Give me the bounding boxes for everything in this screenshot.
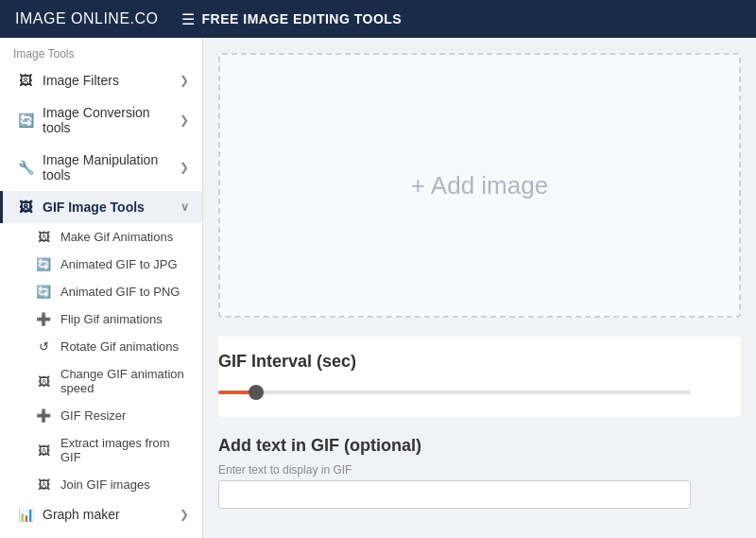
upload-area[interactable]: + Add image <box>218 53 741 318</box>
sidebar-item-join-gif[interactable]: 🖼 Join GIF images <box>0 471 202 498</box>
sidebar-sub-label: Change GIF animation speed <box>60 367 189 395</box>
add-text-input[interactable] <box>218 480 691 509</box>
sidebar-item-miscellaneous[interactable]: 🏷 miscellaneous Tools ❯ <box>0 530 202 538</box>
flip-gif-icon: ➕ <box>34 312 53 326</box>
add-text-title: Add text in GIF (optional) <box>218 436 741 456</box>
logo-main: IMAGE <box>15 10 66 26</box>
sidebar-item-extract-images[interactable]: 🖼 Extract images from GIF <box>0 429 202 471</box>
chevron-icon: ❯ <box>180 161 189 174</box>
sidebar-item-label: Image Conversion tools <box>43 105 180 135</box>
gif-resizer-icon: ➕ <box>34 408 53 423</box>
sidebar-item-label: Image Manipulation tools <box>43 152 180 182</box>
change-speed-icon: 🖼 <box>34 374 53 389</box>
gif-interval-section: GIF Interval (sec) <box>218 337 741 417</box>
menu-icon[interactable]: ☰ <box>181 10 195 28</box>
sidebar-item-make-gif[interactable]: 🖼 Make Gif Animations <box>0 223 202 251</box>
sidebar-item-image-manipulation[interactable]: 🔧 Image Manipulation tools ❯ <box>0 144 202 191</box>
gif-to-png-icon: 🔄 <box>34 285 53 299</box>
content-area: + Add image GIF Interval (sec) Add text … <box>203 38 756 538</box>
image-filters-icon: 🖼 <box>16 73 35 88</box>
join-gif-icon: 🖼 <box>34 477 53 492</box>
sidebar: Image Tools 🖼 Image Filters ❯ 🔄 Image Co… <box>0 38 203 538</box>
sidebar-item-label: GIF Image Tools <box>43 200 145 215</box>
sidebar-sub-label: Rotate Gif animations <box>60 339 179 354</box>
slider-wrapper <box>218 383 691 402</box>
sidebar-item-gif-image-tools[interactable]: 🖼 GIF Image Tools ∨ <box>0 191 202 223</box>
chevron-icon: ❯ <box>180 74 189 87</box>
gif-tools-icon: 🖼 <box>16 200 35 215</box>
sidebar-sub-label: Extract images from GIF <box>60 436 189 464</box>
graph-maker-icon: 📊 <box>16 507 35 522</box>
slider-thumb[interactable] <box>249 385 264 400</box>
extract-images-icon: 🖼 <box>34 443 53 458</box>
sidebar-sub-label: Flip Gif animations <box>60 312 163 326</box>
sidebar-section-label: Image Tools <box>0 38 202 64</box>
header-title: FREE IMAGE EDITING TOOLS <box>202 11 403 26</box>
chevron-icon: ❯ <box>180 113 189 127</box>
upload-text: + Add image <box>411 171 548 200</box>
make-gif-icon: 🖼 <box>34 230 53 244</box>
add-text-section: Add text in GIF (optional) Enter text to… <box>218 436 741 509</box>
sidebar-item-image-conversion[interactable]: 🔄 Image Conversion tools ❯ <box>0 96 202 144</box>
image-conversion-icon: 🔄 <box>16 113 35 128</box>
sidebar-item-graph-maker[interactable]: 📊 Graph maker ❯ <box>0 498 202 530</box>
sidebar-item-gif-to-jpg[interactable]: 🔄 Animated GIF to JPG <box>0 251 202 278</box>
sidebar-item-image-filters[interactable]: 🖼 Image Filters ❯ <box>0 64 202 96</box>
sidebar-item-label: Image Filters <box>43 73 119 88</box>
rotate-gif-icon: ↺ <box>34 339 53 354</box>
gif-interval-title: GIF Interval (sec) <box>218 352 741 372</box>
sidebar-sub-label: Join GIF images <box>60 477 150 492</box>
sidebar-sub-label: Make Gif Animations <box>60 230 173 244</box>
sidebar-item-rotate-gif[interactable]: ↺ Rotate Gif animations <box>0 333 202 360</box>
sidebar-sub-label: Animated GIF to PNG <box>60 285 180 299</box>
sidebar-item-flip-gif[interactable]: ➕ Flip Gif animations <box>0 305 202 333</box>
sidebar-item-change-speed[interactable]: 🖼 Change GIF animation speed <box>0 360 202 402</box>
logo-sub: ONLINE.CO <box>66 10 158 26</box>
sidebar-item-gif-to-png[interactable]: 🔄 Animated GIF to PNG <box>0 278 202 305</box>
slider-track <box>218 390 691 394</box>
sidebar-sub-label: GIF Resizer <box>60 408 126 423</box>
chevron-down-icon: ∨ <box>180 200 189 214</box>
chevron-icon: ❯ <box>180 508 189 521</box>
sidebar-item-gif-resizer[interactable]: ➕ GIF Resizer <box>0 402 202 429</box>
sidebar-sub-label: Animated GIF to JPG <box>60 257 178 271</box>
add-text-label: Enter text to display in GIF <box>218 463 741 477</box>
main-layout: Image Tools 🖼 Image Filters ❯ 🔄 Image Co… <box>0 38 756 538</box>
sidebar-item-label: Graph maker <box>43 507 120 522</box>
logo[interactable]: IMAGE ONLINE.CO <box>15 10 159 27</box>
gif-to-jpg-icon: 🔄 <box>34 257 53 271</box>
header: IMAGE ONLINE.CO ☰ FREE IMAGE EDITING TOO… <box>0 0 756 38</box>
slider-container <box>218 383 741 402</box>
image-manipulation-icon: 🔧 <box>16 160 35 175</box>
